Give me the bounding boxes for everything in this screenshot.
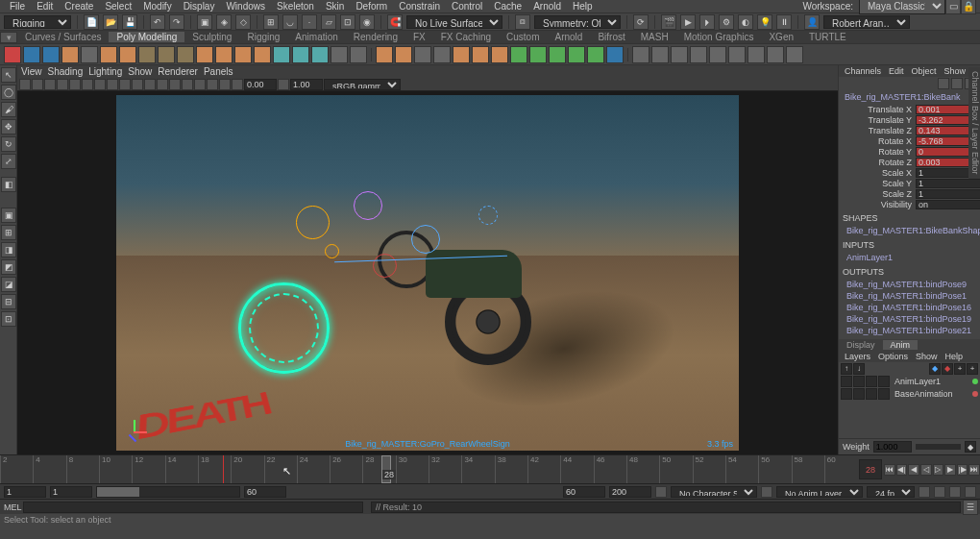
playback-prefs-icon[interactable] bbox=[934, 486, 945, 498]
prefs-icon[interactable] bbox=[965, 486, 976, 498]
anim-layer-icon[interactable] bbox=[761, 486, 772, 498]
command-input[interactable] bbox=[23, 502, 363, 513]
snap-view-icon[interactable]: ⊡ bbox=[340, 14, 355, 30]
script-language-label[interactable]: MEL bbox=[0, 502, 23, 512]
account-icon[interactable]: 👤 bbox=[804, 14, 820, 30]
layer-move-down-icon[interactable]: ↓ bbox=[853, 363, 865, 375]
film-gate-icon[interactable] bbox=[94, 79, 106, 90]
layer-key-icon[interactable]: ◆ bbox=[942, 363, 953, 375]
attr-label[interactable]: Scale X bbox=[841, 168, 916, 178]
script-editor-icon[interactable]: ☰ bbox=[963, 500, 978, 515]
shelf-boolean-icon[interactable] bbox=[433, 46, 451, 63]
shelf-svg-icon[interactable] bbox=[350, 46, 367, 63]
live-surface-icon[interactable]: 🧲 bbox=[387, 14, 403, 30]
rig-control-icon[interactable] bbox=[354, 191, 382, 220]
attr-label[interactable]: Translate Y bbox=[841, 115, 916, 125]
history-icon[interactable]: ⟳ bbox=[633, 14, 649, 30]
step-back-key-icon[interactable]: ◀| bbox=[896, 464, 908, 476]
cb-speed-icon[interactable] bbox=[951, 78, 963, 89]
image-plane-icon[interactable] bbox=[44, 79, 56, 90]
attr-label[interactable]: Scale Y bbox=[841, 179, 916, 188]
shelf-tab[interactable]: Bifrost bbox=[590, 32, 632, 42]
layer-selected-icon[interactable]: + bbox=[967, 363, 978, 375]
layer-lock-icon[interactable] bbox=[866, 376, 877, 387]
cb-object[interactable]: Object bbox=[912, 66, 937, 76]
anim-end-field[interactable] bbox=[563, 486, 605, 498]
layer-mute-icon[interactable] bbox=[878, 388, 890, 400]
menu-edit[interactable]: Edit bbox=[31, 1, 59, 12]
layer-vis-icon[interactable] bbox=[841, 376, 852, 387]
shelf-pyramid-icon[interactable] bbox=[158, 46, 175, 63]
auto-key-icon[interactable] bbox=[919, 486, 930, 498]
select-component-icon[interactable]: ◇ bbox=[235, 14, 251, 30]
render-settings-icon[interactable]: ⚙ bbox=[719, 14, 734, 30]
play-forward-icon[interactable]: ▷ bbox=[933, 464, 944, 476]
shelf-tab[interactable]: Curves / Surfaces bbox=[17, 32, 109, 42]
menu-create[interactable]: Create bbox=[59, 1, 99, 12]
shelf-tab[interactable]: Rigging bbox=[239, 32, 287, 42]
symmetry-select[interactable]: Symmetry: Off bbox=[534, 15, 621, 29]
new-scene-icon[interactable]: 📄 bbox=[84, 14, 99, 30]
menu-constrain[interactable]: Constrain bbox=[393, 1, 446, 12]
attr-value[interactable] bbox=[916, 200, 980, 209]
shelf-platonic-icon[interactable] bbox=[138, 46, 156, 63]
weight-value[interactable] bbox=[873, 441, 912, 453]
select-mode-icon[interactable]: ▣ bbox=[197, 14, 212, 30]
cb-channels[interactable]: Channels bbox=[845, 66, 881, 76]
menu-display[interactable]: Display bbox=[178, 1, 221, 12]
shelf-quad-icon[interactable] bbox=[747, 46, 765, 63]
shelf-separate-icon[interactable] bbox=[395, 46, 412, 63]
layers-tab-anim[interactable]: Anim bbox=[883, 340, 919, 350]
cb-edit[interactable]: Edit bbox=[889, 66, 904, 76]
ipr-icon[interactable]: ▶ bbox=[680, 14, 696, 30]
cb-node-item[interactable]: Bike_rig_MASTER1:bindPose9 bbox=[839, 279, 980, 290]
current-time-indicator[interactable]: 28 bbox=[381, 455, 391, 483]
lights-icon[interactable] bbox=[169, 79, 181, 90]
channelbox-vertical-tab[interactable]: Channel Box / Layer Editor bbox=[968, 67, 980, 179]
step-back-icon[interactable]: ◀ bbox=[908, 464, 919, 476]
hypershade-icon[interactable]: ◐ bbox=[738, 14, 753, 30]
step-forward-icon[interactable]: ▶ bbox=[944, 464, 956, 476]
attr-label[interactable]: Rotate X bbox=[841, 136, 916, 146]
shelf-plane-icon[interactable] bbox=[100, 46, 117, 63]
shelf-smooth-icon[interactable] bbox=[414, 46, 431, 63]
select-tool-icon[interactable]: ↖ bbox=[1, 67, 16, 83]
shelf-append-icon[interactable] bbox=[510, 46, 527, 63]
shelf-tab[interactable]: XGen bbox=[761, 32, 801, 42]
weight-key-icon[interactable]: ◆ bbox=[965, 441, 976, 453]
loop-icon[interactable] bbox=[949, 486, 961, 498]
shelf-spherical-icon[interactable] bbox=[292, 46, 309, 63]
shelf-sphere-icon[interactable] bbox=[4, 46, 21, 63]
go-to-start-icon[interactable]: ⏮ bbox=[884, 464, 895, 476]
single-view-icon[interactable]: ▣ bbox=[1, 208, 16, 223]
step-forward-key-icon[interactable]: |▶ bbox=[957, 464, 968, 476]
minimize-icon[interactable]: ▭ bbox=[945, 0, 961, 14]
layer-lock-icon[interactable] bbox=[866, 388, 877, 400]
attr-value[interactable] bbox=[916, 189, 980, 199]
snap-point-icon[interactable]: · bbox=[302, 14, 317, 30]
panel-panels[interactable]: Panels bbox=[204, 66, 233, 77]
panel-shading[interactable]: Shading bbox=[48, 66, 84, 77]
cb-node-item[interactable]: Bike_rig_MASTER1:bindPose16 bbox=[839, 302, 980, 313]
attr-label[interactable]: Rotate Z bbox=[841, 158, 916, 167]
char-set-icon[interactable] bbox=[655, 486, 667, 498]
snap-plane-icon[interactable]: ▱ bbox=[321, 14, 336, 30]
shelf-superellipse-icon[interactable] bbox=[273, 46, 290, 63]
redo-icon[interactable]: ↷ bbox=[169, 14, 184, 30]
shelf-prism-icon[interactable] bbox=[177, 46, 194, 63]
rig-control-icon[interactable] bbox=[325, 244, 339, 258]
shelf-gear-icon[interactable] bbox=[234, 46, 252, 63]
layer-empty-icon[interactable]: + bbox=[954, 363, 966, 375]
layers-show[interactable]: Show bbox=[916, 352, 938, 361]
rig-control-icon[interactable] bbox=[478, 206, 498, 225]
attr-value[interactable] bbox=[916, 179, 980, 188]
attr-label[interactable]: Translate Z bbox=[841, 126, 916, 135]
panel-lighting[interactable]: Lighting bbox=[88, 66, 122, 77]
xray-joints-icon[interactable] bbox=[219, 79, 231, 90]
cb-node-item[interactable]: Bike_rig_MASTER1:bindPose19 bbox=[839, 313, 980, 325]
shelf-helix-icon[interactable] bbox=[215, 46, 233, 63]
save-scene-icon[interactable]: 💾 bbox=[122, 14, 137, 30]
color-space-select[interactable]: sRGB gamma bbox=[324, 79, 401, 90]
shadows-icon[interactable] bbox=[182, 79, 193, 90]
shelf-crease-icon[interactable] bbox=[632, 46, 649, 63]
